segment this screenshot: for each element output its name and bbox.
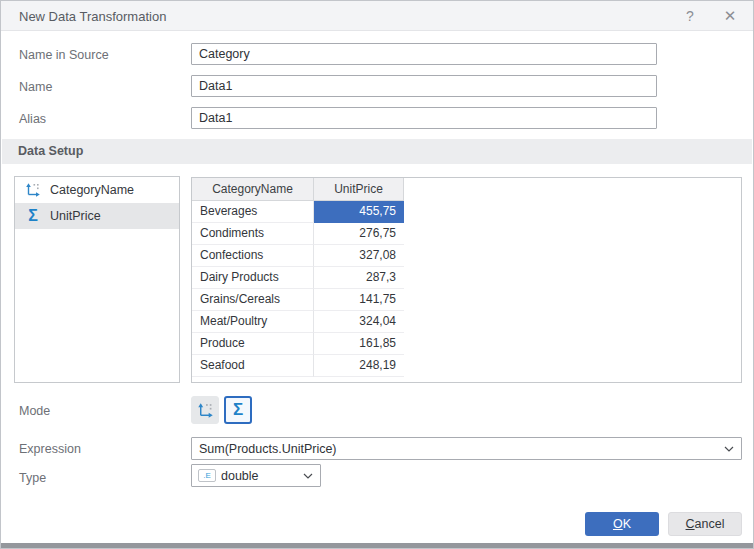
table-row[interactable]: Condiments 276,75	[192, 223, 741, 245]
mode-measure-button[interactable]: Σ	[224, 396, 252, 424]
name-input[interactable]	[191, 75, 657, 97]
preview-table: CategoryName UnitPrice Beverages 455,75 …	[191, 177, 742, 383]
ok-button[interactable]: OK	[585, 512, 659, 536]
type-label: Type	[19, 471, 46, 485]
unitprice-cell[interactable]: 248,19	[314, 355, 404, 377]
table-row[interactable]: Grains/Cereals 141,75	[192, 289, 741, 311]
data-setup-title: Data Setup	[18, 144, 83, 158]
unitprice-cell[interactable]: 327,08	[314, 245, 404, 267]
mode-label: Mode	[19, 404, 50, 418]
sigma-icon: Σ	[233, 402, 243, 418]
unitprice-cell[interactable]: 276,75	[314, 223, 404, 245]
column-header-categoryname[interactable]: CategoryName	[192, 178, 314, 201]
category-cell[interactable]: Dairy Products	[192, 267, 314, 289]
mode-dimension-button[interactable]	[191, 396, 219, 424]
dialog-title: New Data Transformation	[19, 9, 166, 24]
name-label: Name	[19, 80, 52, 94]
close-icon[interactable]: ✕	[721, 7, 739, 25]
table-row[interactable]: Confections 327,08	[192, 245, 741, 267]
data-setup-section-header: Data Setup	[2, 139, 752, 164]
list-item-label: UnitPrice	[50, 209, 101, 223]
name-in-source-label: Name in Source	[19, 48, 109, 62]
column-header-unitprice[interactable]: UnitPrice	[314, 178, 404, 201]
chevron-down-icon	[303, 473, 313, 479]
name-in-source-input[interactable]	[191, 43, 657, 65]
unitprice-cell[interactable]: 141,75	[314, 289, 404, 311]
unitprice-cell[interactable]: 324,04	[314, 311, 404, 333]
expression-label: Expression	[19, 442, 81, 456]
dimension-icon	[23, 182, 43, 198]
field-list: CategoryName Σ UnitPrice	[14, 176, 180, 383]
table-header-row: CategoryName UnitPrice	[192, 178, 741, 201]
table-row[interactable]: Seafood 248,19	[192, 355, 741, 377]
unitprice-cell-selected[interactable]: 455,75	[314, 201, 404, 223]
window-bottom-edge	[1, 543, 753, 548]
unitprice-cell[interactable]: 161,85	[314, 333, 404, 355]
expression-value: Sum(Products.UnitPrice)	[192, 442, 724, 456]
field-list-item-unitprice[interactable]: Σ UnitPrice	[15, 203, 179, 229]
alias-input[interactable]	[191, 107, 657, 129]
category-cell[interactable]: Beverages	[192, 201, 314, 223]
field-list-item-categoryname[interactable]: CategoryName	[15, 177, 179, 203]
chevron-down-icon	[724, 446, 734, 452]
new-data-transformation-dialog: New Data Transformation ? ✕ Name in Sour…	[0, 0, 754, 549]
type-value: double	[214, 469, 303, 483]
unitprice-cell[interactable]: 287,3	[314, 267, 404, 289]
category-cell[interactable]: Meat/Poultry	[192, 311, 314, 333]
expression-combobox[interactable]: Sum(Products.UnitPrice)	[191, 437, 742, 460]
category-cell[interactable]: Seafood	[192, 355, 314, 377]
type-dropdown[interactable]: .E double	[191, 464, 321, 487]
category-cell[interactable]: Condiments	[192, 223, 314, 245]
category-cell[interactable]: Produce	[192, 333, 314, 355]
title-bar: New Data Transformation ? ✕	[1, 1, 753, 31]
sigma-icon: Σ	[23, 208, 43, 224]
list-item-label: CategoryName	[50, 183, 134, 197]
table-row[interactable]: Produce 161,85	[192, 333, 741, 355]
dimension-icon	[197, 402, 214, 419]
category-cell[interactable]: Confections	[192, 245, 314, 267]
category-cell[interactable]: Grains/Cereals	[192, 289, 314, 311]
help-icon[interactable]: ?	[681, 7, 699, 25]
table-row[interactable]: Meat/Poultry 324,04	[192, 311, 741, 333]
table-row[interactable]: Dairy Products 287,3	[192, 267, 741, 289]
table-row[interactable]: Beverages 455,75	[192, 201, 741, 223]
cancel-button[interactable]: Cancel	[668, 512, 742, 536]
alias-label: Alias	[19, 112, 46, 126]
